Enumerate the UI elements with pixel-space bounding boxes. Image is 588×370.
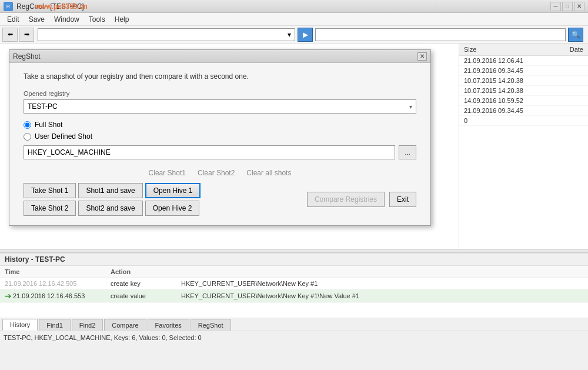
address-arrow: ▾ [288,31,291,39]
date-row-4: 10.07.2015 14.20.38 [459,86,588,96]
dialog-content: Take a snapshot of your registry and the… [9,63,430,225]
size-value-0: 0 [464,117,467,124]
history-panel: History - TEST-PC Time Action 21.09.2016… [0,253,588,318]
active-row-indicator: ➔ [5,291,12,301]
compare-registries-button[interactable]: Compare Registries [307,192,385,207]
dialog-description: Take a snapshot of your registry and the… [24,72,416,81]
status-bar: TEST-PC, HKEY_LOCAL_MACHINE, Keys: 6, Va… [0,331,588,344]
main-area: Size Date 21.09.2016 12.06.41 21.09.2016… [0,44,588,249]
tab-find2[interactable]: Find2 [72,319,103,331]
date-value-3: 10.07.2015 14.20.38 [464,77,523,84]
clear-shot2-link[interactable]: Clear Shot2 [198,169,235,177]
action-column-header: Action [106,267,588,276]
history-row-1: 21.09.2016 12.16.42.505 create key HKEY_… [0,278,588,289]
menu-bar: Edit Save Window Tools Help [0,13,588,26]
date-row-2: 21.09.2016 09.34.45 [459,66,588,76]
go-icon: ▶ [303,31,308,39]
history-panel-header: History - TEST-PC [0,254,588,266]
menu-help[interactable]: Help [110,14,134,25]
date-value-5: 14.09.2016 10.59.52 [464,97,523,104]
date-row-3: 10.07.2015 14.20.38 [459,76,588,86]
menu-window[interactable]: Window [49,14,84,25]
status-text: TEST-PC, HKEY_LOCAL_MACHINE, Keys: 6, Va… [4,334,202,341]
size-row-0: 0 [459,116,588,126]
history-action-1: create key [106,279,176,288]
title-controls: ─ □ ✕ [550,2,584,11]
size-col-header: Size [464,46,476,53]
registry-combobox-value: TEST-PC [28,102,58,111]
toolbar: ⬅ ➡ ▾ ▶ 🔍 [0,26,588,44]
path-input[interactable] [24,145,395,159]
user-defined-shot-radio[interactable] [24,133,31,141]
toolbar-btn-2[interactable]: ➡ [19,28,34,42]
open-hive2-button[interactable]: Open Hive 2 [145,201,200,216]
menu-save[interactable]: Save [24,14,49,25]
dialog-title-bar: RegShot ✕ [9,50,430,63]
open-hive1-button[interactable]: Open Hive 1 [145,183,201,198]
registry-combobox[interactable]: TEST-PC ▾ [24,99,416,114]
history-time-1: 21.09.2016 12.16.42.505 [0,279,106,288]
history-time-2: ➔ 21.09.2016 12.16.46.553 [0,291,106,301]
browse-button[interactable]: ... [399,145,416,159]
app-icon: R [4,2,13,11]
registry-form-group: Opened registry TEST-PC ▾ [24,90,416,114]
regshot-dialog: RegShot ✕ Take a snapshot of your regist… [9,49,431,226]
watermark: www.pc0359.cn [35,2,88,11]
shot-type-radio-group: Full Shot User Defined Shot [24,121,416,141]
btn-group-left: Take Shot 1 Shot1 and save Open Hive 1 T… [24,183,201,216]
date-row-6: 21.09.2016 09.34.45 [459,106,588,116]
take-shot1-button[interactable]: Take Shot 1 [24,183,76,198]
user-defined-shot-label: User Defined Shot [35,132,92,141]
close-button[interactable]: ✕ [574,2,584,11]
date-value-2: 21.09.2016 09.34.45 [464,67,523,74]
clear-all-shots-link[interactable]: Clear all shots [246,169,291,177]
history-col-header: Time Action [0,266,588,278]
maximize-button[interactable]: □ [562,2,573,11]
tab-regshot[interactable]: RegShot [191,319,231,331]
date-row-5: 14.09.2016 10.59.52 [459,96,588,106]
tab-favorites[interactable]: Favorites [148,319,189,331]
shot1-and-save-button[interactable]: Shot1 and save [78,183,142,198]
tab-find1[interactable]: Find1 [39,319,71,331]
clear-shot1-link[interactable]: Clear Shot1 [149,169,186,177]
action-links: Clear Shot1 Clear Shot2 Clear all shots [24,169,416,177]
take-shot2-button[interactable]: Take Shot 2 [24,201,76,216]
tab-history[interactable]: History [2,319,38,331]
history-path-2: HKEY_CURRENT_USER\Network\New Key #1\New… [176,292,364,300]
tab-compare[interactable]: Compare [104,319,146,331]
user-defined-shot-radio-item: User Defined Shot [24,132,416,141]
right-panel-header: Size Date [459,44,588,56]
menu-edit[interactable]: Edit [2,14,24,25]
tab-bar: History Find1 Find2 Compare Favorites Re… [0,318,588,331]
title-bar: R RegCool - [TEST-PC] ─ □ ✕ [0,0,588,13]
time-column-header: Time [0,267,106,276]
address-bar[interactable]: ▾ [38,28,295,41]
date-value-1: 21.09.2016 12.06.41 [464,57,523,64]
dialog-close-button[interactable]: ✕ [417,52,427,61]
dialog-title: RegShot [13,52,41,61]
opened-registry-label: Opened registry [24,90,416,97]
menu-tools[interactable]: Tools [84,14,110,25]
search-bar[interactable] [315,28,566,41]
exit-button[interactable]: Exit [389,192,416,207]
full-shot-radio[interactable] [24,121,31,129]
shot2-and-save-button[interactable]: Shot2 and save [78,201,142,216]
date-row-1: 21.09.2016 12.06.41 [459,56,588,66]
date-col-header: Date [570,46,583,53]
right-panel: Size Date 21.09.2016 12.06.41 21.09.2016… [459,44,588,249]
history-row-2: ➔ 21.09.2016 12.16.46.553 create value H… [0,289,588,303]
btn-group-right: Compare Registries Exit [307,192,416,207]
combo-arrow-icon: ▾ [409,104,412,110]
history-path-1: HKEY_CURRENT_USER\Network\New Key #1 [176,279,322,288]
full-shot-radio-item: Full Shot [24,121,416,129]
path-row: ... [24,145,416,159]
go-button[interactable]: ▶ [298,28,313,42]
minimize-button[interactable]: ─ [550,2,561,11]
toolbar-btn-1[interactable]: ⬅ [2,28,18,42]
date-value-6: 21.09.2016 09.34.45 [464,107,523,114]
date-value-4: 10.07.2015 14.20.38 [464,87,523,94]
history-action-2: create value [106,292,176,300]
search-icon: 🔍 [572,31,580,39]
full-shot-label: Full Shot [35,121,62,129]
search-button[interactable]: 🔍 [568,28,583,42]
